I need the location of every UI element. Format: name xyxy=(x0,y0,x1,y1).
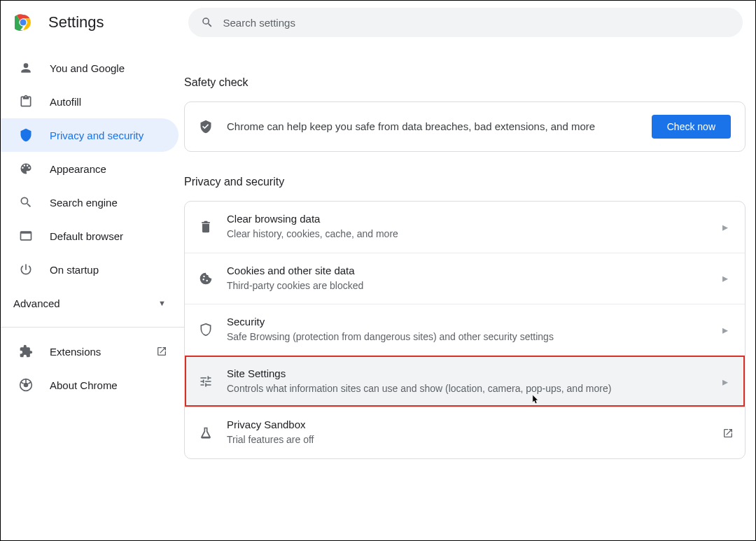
chrome-logo-icon xyxy=(15,14,31,31)
search-input[interactable] xyxy=(223,17,731,29)
row-title: Site Settings xyxy=(227,367,708,379)
search-bar[interactable] xyxy=(188,8,743,37)
privacy-card-list: Clear browsing data Clear history, cooki… xyxy=(184,201,746,459)
chevron-right-icon: ▸ xyxy=(722,375,731,388)
chrome-icon xyxy=(19,378,33,392)
svg-point-4 xyxy=(24,383,29,388)
row-security[interactable]: Security Safe Browsing (protection from … xyxy=(185,304,745,356)
row-desc: Third-party cookies are blocked xyxy=(227,279,708,293)
row-desc: Controls what information sites can use … xyxy=(227,382,708,396)
power-icon xyxy=(19,262,33,276)
sidebar-item-autofill[interactable]: Autofill xyxy=(1,85,178,118)
tune-icon xyxy=(199,374,213,388)
row-desc: Trial features are off xyxy=(227,433,708,447)
header: Settings xyxy=(1,1,755,44)
row-title: Clear browsing data xyxy=(227,213,708,225)
chevron-right-icon: ▸ xyxy=(722,220,731,234)
chevron-down-icon: ▼ xyxy=(158,299,166,307)
sidebar-item-default-browser[interactable]: Default browser xyxy=(1,219,178,253)
clipboard-icon xyxy=(19,94,33,108)
sidebar-item-label: On startup xyxy=(50,264,99,276)
divider xyxy=(1,327,184,328)
safety-check-desc: Chrome can help keep you safe from data … xyxy=(227,119,638,135)
row-title: Security xyxy=(227,316,708,328)
browser-icon xyxy=(19,229,33,243)
sidebar-item-label: You and Google xyxy=(50,62,125,74)
shield-check-icon xyxy=(199,120,213,134)
sidebar-item-label: About Chrome xyxy=(50,379,118,391)
sidebar-item-search-engine[interactable]: Search engine xyxy=(1,185,178,219)
row-title: Cookies and other site data xyxy=(227,265,708,276)
shield-outline-icon xyxy=(199,323,213,337)
sidebar-item-label: Extensions xyxy=(50,346,101,358)
sidebar-item-label: Appearance xyxy=(50,163,106,175)
flask-icon xyxy=(199,426,213,440)
sidebar-advanced-label: Advanced xyxy=(13,297,60,309)
chevron-right-icon: ▸ xyxy=(722,272,731,285)
row-title: Privacy Sandbox xyxy=(227,419,708,430)
search-icon xyxy=(201,16,214,29)
sidebar-item-you-and-google[interactable]: You and Google xyxy=(1,51,178,85)
safety-check-title: Safety check xyxy=(184,76,746,89)
sidebar: You and Google Autofill Privacy and secu… xyxy=(1,44,184,459)
safety-check-card: Chrome can help keep you safe from data … xyxy=(184,101,746,152)
row-cookies[interactable]: Cookies and other site data Third-party … xyxy=(185,253,745,304)
cookie-icon xyxy=(199,272,213,286)
palette-icon xyxy=(19,162,33,176)
row-clear-browsing-data[interactable]: Clear browsing data Clear history, cooki… xyxy=(185,202,745,253)
open-external-icon xyxy=(722,428,731,439)
sidebar-item-privacy-security[interactable]: Privacy and security xyxy=(1,118,178,152)
sidebar-item-appearance[interactable]: Appearance xyxy=(1,152,178,185)
page-title: Settings xyxy=(48,13,104,31)
extension-icon xyxy=(19,344,33,358)
check-now-button[interactable]: Check now xyxy=(652,115,731,139)
sidebar-item-label: Search engine xyxy=(50,197,118,209)
sidebar-advanced-toggle[interactable]: Advanced ▼ xyxy=(1,286,184,320)
sidebar-item-about-chrome[interactable]: About Chrome xyxy=(1,368,178,402)
person-icon xyxy=(19,61,33,75)
search-icon xyxy=(19,195,33,209)
sidebar-item-on-startup[interactable]: On startup xyxy=(1,253,178,286)
sidebar-item-label: Default browser xyxy=(50,230,123,242)
chevron-right-icon: ▸ xyxy=(722,323,731,337)
sidebar-item-label: Privacy and security xyxy=(50,129,144,141)
sidebar-item-extensions[interactable]: Extensions xyxy=(1,335,156,368)
row-privacy-sandbox[interactable]: Privacy Sandbox Trial features are off xyxy=(185,407,745,458)
row-desc: Clear history, cookies, cache, and more xyxy=(227,227,708,241)
main-content: Safety check Chrome can help keep you sa… xyxy=(184,44,755,459)
privacy-section-title: Privacy and security xyxy=(184,176,746,188)
trash-icon xyxy=(199,220,213,234)
row-desc: Safe Browsing (protection from dangerous… xyxy=(227,330,708,344)
row-site-settings[interactable]: Site Settings Controls what information … xyxy=(185,356,745,407)
open-external-icon xyxy=(156,346,167,357)
sidebar-item-label: Autofill xyxy=(50,96,81,108)
shield-icon xyxy=(19,128,33,142)
